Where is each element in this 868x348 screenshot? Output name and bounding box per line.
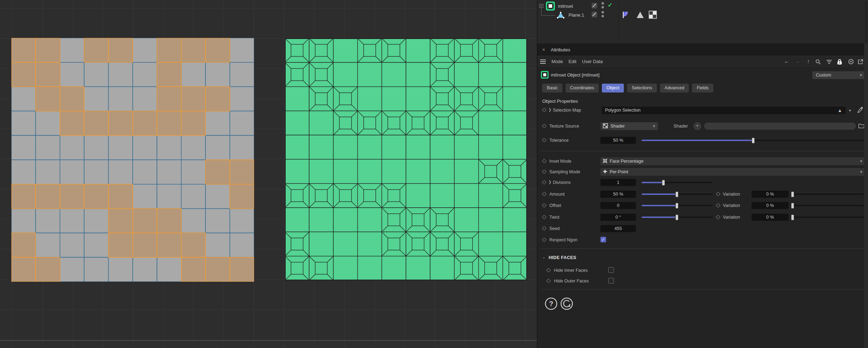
- keyframe-diamond-icon[interactable]: [542, 138, 546, 142]
- visibility-dot-bottom[interactable]: [601, 6, 604, 9]
- hide-outer-faces-checkbox[interactable]: ✓: [608, 278, 614, 284]
- tab-selections[interactable]: Selections: [627, 84, 657, 92]
- shader-circle-dropdown[interactable]: ▾: [693, 122, 701, 130]
- expand-chevron-icon[interactable]: ❯: [548, 180, 551, 184]
- param-label: Seed: [549, 226, 560, 231]
- filter-icon[interactable]: [826, 58, 834, 64]
- source-plane-selection[interactable]: [11, 38, 254, 282]
- selection-map-field[interactable]: Polygon Selection ▲: [601, 107, 846, 114]
- divisions-value-field[interactable]: 1: [600, 179, 636, 186]
- close-icon[interactable]: ×: [542, 47, 545, 52]
- keyframe-diamond-icon[interactable]: [542, 124, 546, 128]
- object-manager: mtInset ✓ Plane.1: [537, 0, 868, 44]
- reset-button[interactable]: [560, 297, 573, 310]
- twist-slider[interactable]: [642, 217, 713, 218]
- expand-chevron-icon[interactable]: ❯: [548, 107, 551, 112]
- preset-dropdown[interactable]: Custom ▾: [812, 71, 865, 79]
- visibility-dot-top[interactable]: [601, 11, 604, 13]
- visibility-dot-top[interactable]: [601, 2, 604, 5]
- hide-inner-faces-checkbox[interactable]: ✓: [608, 267, 614, 273]
- tree-expander[interactable]: [539, 4, 543, 8]
- keyframe-diamond-icon[interactable]: [542, 180, 546, 185]
- scrollbar[interactable]: [864, 0, 868, 348]
- edit-toggle-icon[interactable]: [592, 12, 597, 17]
- tab-fields[interactable]: Fields: [692, 84, 713, 92]
- target-icon[interactable]: [848, 58, 856, 64]
- inset-mode-dropdown[interactable]: Face Percentage ▾: [600, 157, 865, 165]
- inset-object-icon[interactable]: [546, 1, 555, 11]
- hide-faces-header[interactable]: ⌄ HIDE FACES: [537, 254, 868, 262]
- offset-variation-slider[interactable]: [793, 205, 864, 206]
- seed-value-field[interactable]: 455: [600, 225, 636, 232]
- texture-source-dropdown[interactable]: Shader ▾: [600, 122, 658, 130]
- attribute-tabs: Basic Coordinates Object Selections Adva…: [542, 84, 713, 92]
- keyframe-diamond-icon[interactable]: [542, 237, 546, 242]
- selection-tag[interactable]: [649, 11, 657, 19]
- shader-checker-icon: [600, 122, 610, 130]
- forward-arrow-icon[interactable]: →: [793, 58, 801, 64]
- shader-link-field[interactable]: [704, 123, 856, 130]
- edit-toggle-icon[interactable]: [592, 3, 597, 9]
- lock-icon[interactable]: [837, 58, 845, 65]
- keyframe-diamond-icon[interactable]: [542, 226, 546, 231]
- keyframe-diamond-icon[interactable]: [542, 159, 546, 163]
- triangle-tag[interactable]: [636, 11, 644, 19]
- menu-edit[interactable]: Edit: [568, 59, 576, 64]
- up-arrow-icon[interactable]: ↑: [804, 58, 812, 64]
- enabled-check-icon[interactable]: ✓: [608, 1, 612, 9]
- amount-variation-field[interactable]: 0 %: [752, 191, 789, 198]
- viewport-3d[interactable]: [0, 0, 537, 348]
- tab-advanced[interactable]: Advanced: [660, 84, 689, 92]
- sampling-mode-dropdown[interactable]: Per-Point ▾: [600, 168, 865, 176]
- back-arrow-icon[interactable]: ←: [783, 58, 791, 64]
- eyedropper-icon[interactable]: [857, 106, 864, 113]
- polygon-object-icon[interactable]: [556, 11, 565, 19]
- scrollbar-thumb[interactable]: [865, 1, 867, 43]
- keyframe-diamond-icon[interactable]: [542, 169, 546, 174]
- chevron-down-icon: ▾: [860, 157, 862, 165]
- hamburger-menu-icon[interactable]: [540, 58, 548, 64]
- tolerance-slider[interactable]: [642, 140, 865, 141]
- keyframe-diamond-icon[interactable]: [542, 108, 546, 112]
- tab-basic[interactable]: Basic: [542, 84, 562, 92]
- amount-value-field[interactable]: 50 %: [600, 191, 636, 198]
- keyframe-diamond-icon[interactable]: [546, 268, 551, 273]
- tab-object[interactable]: Object: [602, 84, 624, 92]
- twist-variation-slider[interactable]: [793, 217, 864, 218]
- param-label: Divisions: [553, 180, 571, 185]
- param-label: Inset Mode: [549, 159, 571, 164]
- result-plane-inset[interactable]: [285, 38, 527, 280]
- amount-slider[interactable]: [642, 193, 713, 195]
- triangle-up-icon[interactable]: ▲: [837, 107, 842, 114]
- row-tolerance: Tolerance 50 %: [537, 136, 868, 144]
- keyframe-diamond-icon[interactable]: [542, 192, 546, 196]
- search-icon[interactable]: [815, 58, 823, 64]
- row-hide-outer-faces: Hide Outer Faces ✓: [537, 277, 868, 285]
- keyframe-diamond-icon[interactable]: [716, 215, 720, 219]
- keyframe-diamond-icon[interactable]: [542, 203, 546, 208]
- keyframe-diamond-icon[interactable]: [546, 279, 551, 283]
- respect-ngon-checkbox[interactable]: ✓: [600, 237, 606, 242]
- offset-value-field[interactable]: 0: [600, 202, 636, 209]
- help-button[interactable]: ?: [544, 297, 558, 310]
- amount-variation-slider[interactable]: [793, 193, 864, 195]
- tolerance-value-field[interactable]: 50 %: [600, 137, 636, 144]
- offset-variation-field[interactable]: 0 %: [752, 202, 789, 209]
- object-item-mtinset[interactable]: mtInset: [558, 4, 573, 9]
- twist-variation-field[interactable]: 0 %: [752, 214, 789, 221]
- phong-tag[interactable]: [622, 11, 630, 19]
- keyframe-diamond-icon[interactable]: [716, 203, 720, 208]
- visibility-dot-bottom[interactable]: [601, 15, 604, 17]
- keyframe-diamond-icon[interactable]: [716, 192, 720, 196]
- twist-value-field[interactable]: 0 °: [600, 214, 636, 221]
- chevron-down-icon[interactable]: ▾: [849, 108, 851, 113]
- tab-coordinates[interactable]: Coordinates: [566, 84, 599, 92]
- divisions-slider[interactable]: [642, 182, 713, 183]
- menu-user-data[interactable]: User Data: [582, 59, 603, 64]
- menu-mode[interactable]: Mode: [551, 59, 563, 64]
- offset-slider[interactable]: [642, 205, 713, 206]
- object-item-plane1[interactable]: Plane.1: [568, 12, 584, 18]
- right-panel: mtInset ✓ Plane.1: [537, 0, 868, 348]
- keyframe-diamond-icon[interactable]: [542, 215, 546, 219]
- row-offset: Offset 0 Variation 0 %: [537, 202, 868, 209]
